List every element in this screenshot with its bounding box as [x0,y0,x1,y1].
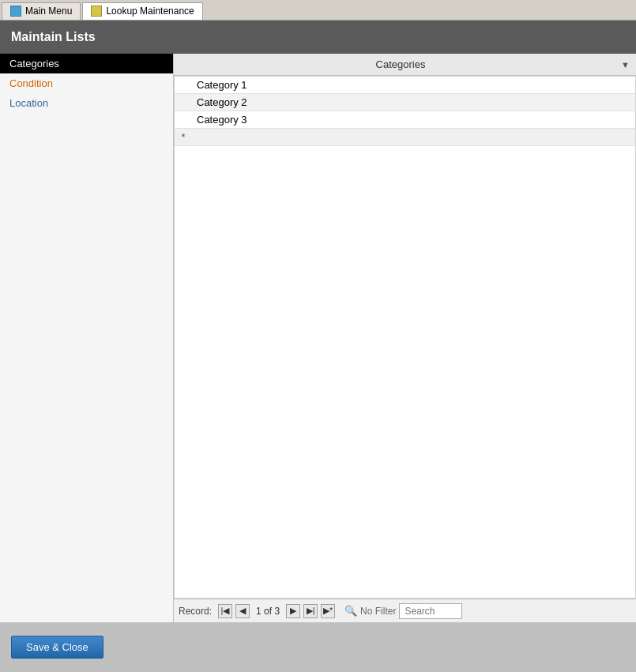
main-menu-icon [10,6,21,17]
tab-bar: Main Menu Lookup Maintenance [0,0,636,21]
empty-grid-space [175,146,635,541]
tab-main-menu-label: Main Menu [25,6,72,17]
nav-last-button[interactable]: ▶| [303,604,318,618]
tab-lookup-maintenance[interactable]: Lookup Maintenance [82,2,202,20]
right-panel: Categories ▼ Category 1 Category 2 Categ… [174,54,636,622]
sort-arrow-icon: ▼ [621,60,630,69]
tab-main-menu[interactable]: Main Menu [2,2,81,20]
no-filter-label: No Filter [360,606,396,617]
tab-lookup-maintenance-label: Lookup Maintenance [106,6,194,17]
bottom-area: Save & Close [0,622,636,672]
grid-area[interactable]: Category 1 Category 2 Category 3 * [174,76,636,599]
filter-area: 🔍 No Filter [344,605,396,617]
nav-new-button[interactable]: ▶* [321,604,335,618]
nav-next-button[interactable]: ▶ [286,604,300,618]
sidebar-item-location[interactable]: Location [0,93,173,113]
filter-icon: 🔍 [344,605,357,617]
search-input[interactable] [399,603,462,619]
row-cell: Category 3 [192,112,635,127]
save-close-button[interactable]: Save & Close [11,636,103,659]
main-content: Categories Condition Location Categories… [0,54,636,622]
sidebar-item-condition[interactable]: Condition [0,73,173,93]
lookup-maintenance-icon [91,6,102,17]
grid-header: Categories ▼ [174,54,636,76]
nav-prev-button[interactable]: ◀ [235,604,250,618]
row-cell: Category 2 [192,95,635,110]
new-row-indicator: * [175,131,192,143]
title-bar: Maintain Lists [0,21,636,54]
new-row[interactable]: * [175,129,635,146]
sidebar-item-categories[interactable]: Categories [0,54,173,73]
grid-column-header: Categories [180,58,621,70]
nav-first-button[interactable]: |◀ [218,604,232,618]
page-title: Maintain Lists [11,30,96,44]
record-label: Record: [179,606,212,617]
table-row[interactable]: Category 2 [175,94,635,111]
nav-current: 1 of 3 [256,606,280,617]
new-row-cell [192,136,635,139]
navigation-bar: Record: |◀ ◀ 1 of 3 ▶ ▶| ▶* 🔍 No Filter [174,599,636,622]
left-panel: Categories Condition Location [0,54,174,622]
table-row[interactable]: Category 3 [175,111,635,129]
table-row[interactable]: Category 1 [175,77,635,94]
row-cell: Category 1 [192,77,635,92]
